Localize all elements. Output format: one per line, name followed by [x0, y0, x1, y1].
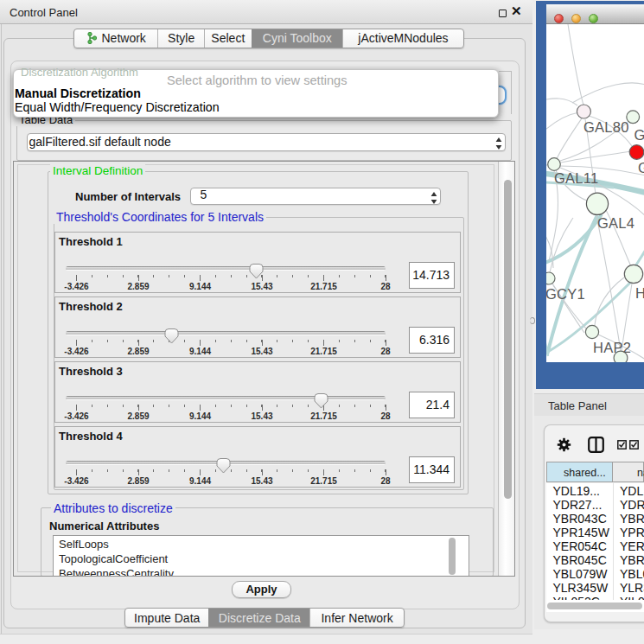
- svg-text:GCY1: GCY1: [546, 286, 585, 302]
- svg-text:G: G: [638, 160, 644, 175]
- svg-text:HAP2: HAP2: [593, 340, 631, 355]
- svg-text:GA: GA: [634, 127, 644, 143]
- svg-text:GAL80: GAL80: [583, 119, 629, 135]
- svg-text:GAL11: GAL11: [554, 170, 598, 186]
- svg-text:H: H: [635, 285, 644, 301]
- svg-text:GAL4: GAL4: [597, 215, 634, 231]
